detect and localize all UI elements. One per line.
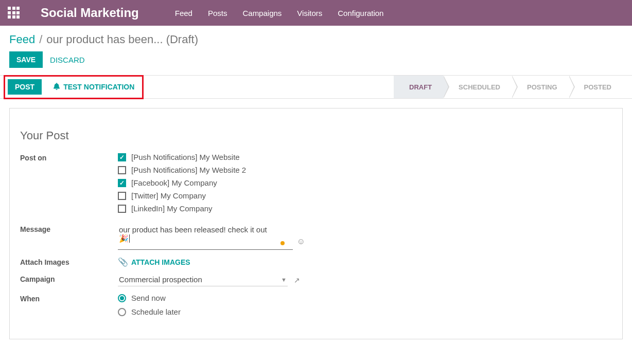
nav-configuration[interactable]: Configuration [338,9,383,17]
form-sheet: Your Post Post on [Push Notifications] M… [9,108,623,339]
status-stages: DRAFT SCHEDULED POSTING POSTED [394,76,623,98]
option-label: [Push Notifications] My Website 2 [131,166,246,174]
app-title: Social Marketing [41,6,139,20]
radio-label: Send now [131,294,166,302]
stage-posted[interactable]: POSTED [569,76,623,98]
checkbox-icon[interactable] [118,205,126,213]
label-message: Message [20,224,118,233]
when-option-send-now[interactable]: Send now [118,294,385,302]
post-on-option-1[interactable]: [Push Notifications] My Website 2 [118,166,385,174]
post-on-option-0[interactable]: [Push Notifications] My Website [118,153,385,161]
external-link-icon[interactable]: ↗ [294,276,300,284]
campaign-select[interactable]: Commercial prospection ▼ [118,274,288,286]
test-notification-button[interactable]: TEST NOTIFICATION [48,79,139,95]
top-nav: Feed Posts Campaigns Visitors Configurat… [175,9,384,17]
checkbox-icon[interactable] [118,179,126,187]
radio-icon[interactable] [118,294,126,302]
post-on-option-4[interactable]: [LinkedIn] My Company [118,204,385,213]
section-title: Your Post [20,129,612,142]
breadcrumb-separator: / [39,33,42,46]
attach-images-label: ATTACH IMAGES [131,258,190,266]
checkbox-icon[interactable] [118,166,126,174]
label-when: When [20,294,118,303]
label-post-on: Post on [20,153,118,162]
campaign-value: Commercial prospection [119,275,202,284]
nav-feed[interactable]: Feed [175,9,192,17]
row-attach-images: Attach Images 📎 ATTACH IMAGES [20,257,612,267]
message-text: our product has been released! check it … [119,225,267,243]
radio-icon[interactable] [118,308,126,316]
test-notification-label: TEST NOTIFICATION [63,83,134,91]
row-campaign: Campaign Commercial prospection ▼ ↗ [20,274,612,286]
apps-grid-icon[interactable] [8,7,20,19]
row-post-on: Post on [Push Notifications] My Website … [20,153,612,217]
text-cursor [129,234,130,243]
breadcrumb: Feed / our product has been... (Draft) [0,26,632,48]
checkbox-icon[interactable] [118,192,126,200]
discard-button[interactable]: DISCARD [50,56,85,64]
attach-images-button[interactable]: 📎 ATTACH IMAGES [118,257,385,267]
top-navbar: Social Marketing Feed Posts Campaigns Vi… [0,0,632,26]
post-button[interactable]: POST [8,79,42,95]
chevron-down-icon: ▼ [281,277,287,283]
nav-posts[interactable]: Posts [208,9,227,17]
when-option-schedule-later[interactable]: Schedule later [118,307,385,316]
highlight-annotation: POST TEST NOTIFICATION [4,75,144,99]
breadcrumb-root[interactable]: Feed [9,33,35,46]
bell-icon [53,83,60,92]
radio-label: Schedule later [131,307,181,316]
row-message: Message our product has been released! c… [20,224,612,250]
label-attach-images: Attach Images [20,257,118,266]
status-bar: POST TEST NOTIFICATION DRAFT SCHEDULED P… [0,75,632,99]
post-on-options: [Push Notifications] My Website [Push No… [118,153,385,217]
stage-scheduled[interactable]: SCHEDULED [443,76,512,98]
breadcrumb-current: our product has been... (Draft) [46,33,198,46]
emoji-picker-icon[interactable]: ☺ [297,237,305,246]
message-input[interactable]: our product has been released! check it … [118,224,293,250]
post-on-option-2[interactable]: [Facebook] My Company [118,178,385,187]
paperclip-icon: 📎 [118,257,128,267]
stage-posting[interactable]: POSTING [512,76,569,98]
nav-visitors[interactable]: Visitors [297,9,322,17]
post-on-option-3[interactable]: [Twitter] My Company [118,191,385,200]
nav-campaigns[interactable]: Campaigns [242,9,282,17]
label-campaign: Campaign [20,274,118,283]
checkbox-icon[interactable] [118,153,126,161]
save-button[interactable]: SAVE [9,51,43,68]
saving-indicator-icon [280,241,285,245]
option-label: [Twitter] My Company [131,191,206,200]
stage-draft[interactable]: DRAFT [394,76,443,98]
option-label: [LinkedIn] My Company [131,204,213,213]
action-row: SAVE DISCARD [0,48,632,75]
option-label: [Facebook] My Company [131,178,217,187]
row-when: When Send now Schedule later [20,294,612,321]
option-label: [Push Notifications] My Website [131,153,240,161]
